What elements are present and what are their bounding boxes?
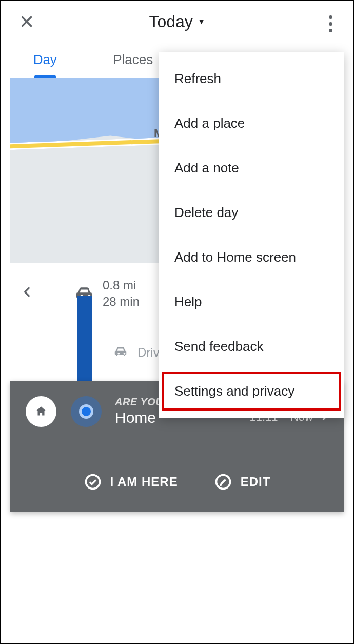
- menu-item-add-a-note[interactable]: Add a note: [159, 146, 344, 190]
- menu-item-refresh[interactable]: Refresh: [159, 56, 344, 101]
- i-am-here-button[interactable]: I AM HERE: [84, 473, 178, 491]
- menu-item-help[interactable]: Help: [159, 280, 344, 324]
- menu-item-add-to-home-screen[interactable]: Add to Home screen: [159, 235, 344, 280]
- edit-circle-icon: [214, 473, 232, 491]
- trip-duration: 28 min: [103, 294, 140, 309]
- edit-button[interactable]: EDIT: [214, 473, 271, 491]
- chevron-left-icon[interactable]: [21, 285, 41, 302]
- header-title-text: Today: [149, 12, 192, 31]
- menu-item-add-a-place[interactable]: Add a place: [159, 101, 344, 146]
- car-small-icon: [113, 344, 128, 361]
- overflow-menu-icon[interactable]: [329, 15, 332, 32]
- date-picker[interactable]: Today ▼: [149, 12, 205, 31]
- overflow-menu: RefreshAdd a placeAdd a noteDelete dayAd…: [159, 52, 344, 418]
- current-location-dot: [71, 396, 102, 427]
- tab-day-label: Day: [33, 52, 57, 68]
- tab-places-label: Places: [113, 52, 153, 68]
- tab-day[interactable]: Day: [1, 42, 89, 77]
- dropdown-triangle-icon: ▼: [198, 17, 205, 26]
- trip-distance: 0.8 mi: [103, 277, 140, 293]
- card-actions: I AM HERE EDIT: [23, 473, 331, 491]
- i-am-here-label: I AM HERE: [110, 475, 178, 489]
- home-badge[interactable]: [26, 396, 56, 427]
- menu-item-send-feedback[interactable]: Send feedback: [159, 324, 344, 369]
- edit-label: EDIT: [241, 475, 271, 489]
- trip-distance-duration: 0.8 mi 28 min: [103, 277, 140, 309]
- menu-item-delete-day[interactable]: Delete day: [159, 190, 344, 235]
- check-circle-icon: [84, 473, 102, 491]
- menu-item-settings-and-privacy[interactable]: Settings and privacy: [159, 369, 344, 414]
- close-icon[interactable]: [16, 13, 37, 30]
- header-bar: Today ▼: [1, 1, 353, 42]
